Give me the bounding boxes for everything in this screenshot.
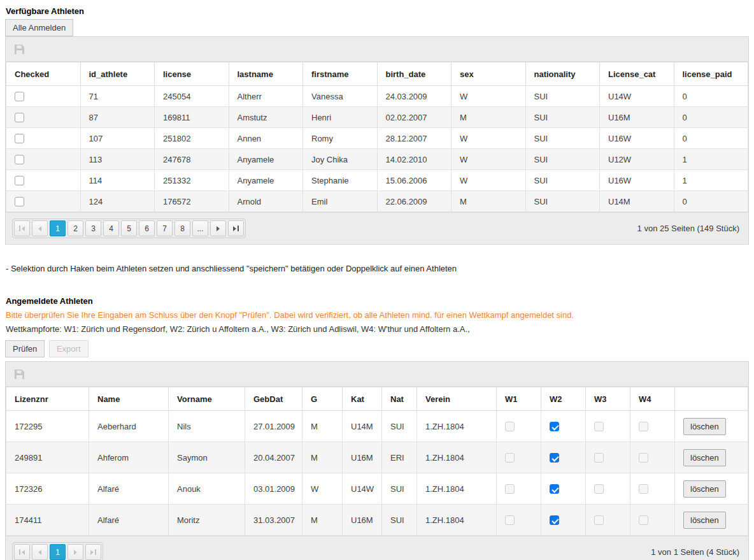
registered-column-header-lizenznr: Lizenznr [6, 387, 89, 411]
pager-last-button[interactable] [228, 220, 244, 236]
cell-id_athlete: 114 [80, 170, 155, 191]
w2-checkbox[interactable] [550, 422, 559, 431]
w3-checkbox[interactable] [594, 484, 604, 494]
available-athlete-row[interactable]: 114251332AnyameleStephanie15.06.2006WSUI… [6, 170, 748, 191]
available-section-title: Verfügbare Athleten [6, 6, 749, 16]
pager-prev-button[interactable] [32, 544, 48, 560]
cell-lizenznr: 174411 [6, 505, 89, 536]
pager-last-button[interactable] [85, 544, 101, 560]
w1-checkbox[interactable] [505, 422, 515, 431]
checked-cell [6, 170, 81, 191]
w3-checkbox[interactable] [594, 453, 604, 463]
cell-birth_date: 02.02.2007 [377, 107, 452, 128]
w3-checkbox[interactable] [594, 515, 604, 525]
cell-firstname: Romy [303, 128, 378, 149]
delete-cell: löschen [675, 442, 748, 473]
available-athlete-row[interactable]: 113247678AnyameleJoy Chika14.02.2010WSUI… [6, 149, 748, 170]
save-icon[interactable] [15, 370, 24, 379]
cell-kat: U16M [343, 442, 382, 473]
available-column-header-license_paid: license_paid [674, 62, 748, 86]
pager-page-8-button[interactable]: 8 [174, 220, 190, 236]
cell-w2 [541, 473, 586, 505]
w2-checkbox[interactable] [550, 453, 559, 463]
pager-prev-button[interactable] [32, 220, 48, 236]
cell-w3 [586, 473, 630, 505]
registered-athletes-table: LizenznrNameVornameGebDatGKatNatVereinW1… [6, 387, 748, 536]
cell-birth_date: 22.06.2009 [377, 191, 452, 212]
registered-column-header-nat: Nat [382, 387, 417, 411]
prev-page-icon [38, 550, 41, 555]
pager-page-6-button[interactable]: 6 [139, 220, 155, 236]
pager-page-2-button[interactable]: 2 [68, 220, 83, 236]
pager-page-1-button[interactable]: 1 [50, 220, 66, 236]
delete-button[interactable]: löschen [683, 512, 726, 529]
export-button[interactable]: Export [49, 340, 89, 357]
athlete-select-checkbox[interactable] [15, 197, 24, 206]
available-athlete-row[interactable]: 87169811AmstutzHenri02.02.2007MSUIU16M0 [6, 107, 748, 128]
delete-button[interactable]: löschen [683, 480, 726, 498]
registered-column-header-gebdat: GebDat [245, 387, 302, 411]
cell-sex: W [452, 170, 526, 191]
verify-warning-text: Bitte überprüfen Sie Ihre Eingaben am Sc… [6, 309, 749, 322]
available-athlete-row[interactable]: 71245054AltherrVanessa24.03.2009WSUIU14W… [6, 86, 748, 107]
athlete-select-checkbox[interactable] [15, 155, 24, 164]
w3-checkbox[interactable] [594, 422, 604, 431]
cell-w1 [497, 411, 541, 442]
cell-verein: 1.ZH.1804 [417, 505, 497, 536]
registered-action-buttons: Prüfen Export [5, 340, 749, 357]
available-column-header-firstname: firstname [303, 62, 378, 86]
athlete-select-checkbox[interactable] [15, 176, 24, 185]
cell-w4 [630, 411, 675, 442]
pager-first-button[interactable] [14, 220, 30, 236]
registered-athlete-row: 172326AlfaréAnouk03.01.2009WU14WSUI1.ZH.… [6, 473, 748, 505]
pager-page-4-button[interactable]: 4 [103, 220, 119, 236]
w4-checkbox[interactable] [639, 515, 648, 525]
cell-license_paid: 1 [674, 170, 748, 191]
pager-more-pages-button[interactable]: ... [192, 220, 208, 236]
cell-nationality: SUI [525, 170, 600, 191]
cell-license_cat: U12W [600, 149, 674, 170]
cell-lastname: Arnold [229, 191, 303, 212]
w1-checkbox[interactable] [505, 484, 515, 494]
available-athletes-table: Checkedid_athletelicenselastnamefirstnam… [6, 62, 748, 212]
cell-w4 [630, 442, 675, 473]
available-table-header-row: Checkedid_athletelicenselastnamefirstnam… [6, 62, 748, 86]
pager-page-1-button[interactable]: 1 [50, 544, 66, 560]
pager-next-button[interactable] [68, 544, 83, 560]
delete-cell: löschen [675, 411, 748, 442]
athlete-select-checkbox[interactable] [15, 113, 24, 122]
prev-page-icon [38, 226, 41, 231]
w2-checkbox[interactable] [550, 515, 559, 525]
available-pager-bar: 12345678... 1 von 25 Seiten (149 Stück) [6, 212, 748, 244]
athlete-select-checkbox[interactable] [15, 92, 24, 101]
registered-column-header-empty [675, 387, 748, 411]
check-button[interactable]: Prüfen [5, 340, 45, 357]
w1-checkbox[interactable] [505, 515, 515, 525]
w4-checkbox[interactable] [639, 453, 648, 463]
cell-name: Ahferom [89, 442, 169, 473]
last-page-icon [90, 550, 94, 555]
delete-button[interactable]: löschen [683, 418, 726, 435]
register-all-button[interactable]: Alle Anmelden [5, 19, 73, 36]
w1-checkbox[interactable] [505, 453, 515, 463]
registered-pager: 1 [12, 542, 103, 560]
w2-checkbox[interactable] [550, 484, 559, 494]
available-athlete-row[interactable]: 124176572ArnoldEmil22.06.2009MSUIU14M0 [6, 191, 748, 212]
registered-athletes-grid: LizenznrNameVornameGebDatGKatNatVereinW1… [5, 361, 749, 560]
cell-id_athlete: 124 [80, 191, 155, 212]
cell-license_cat: U14W [600, 86, 674, 107]
pager-next-button[interactable] [210, 220, 226, 236]
athlete-select-checkbox[interactable] [15, 134, 24, 143]
pager-page-7-button[interactable]: 7 [157, 220, 173, 236]
available-athlete-row[interactable]: 107251802AnnenRomy28.12.2007WSUIU16W0 [6, 128, 748, 149]
cell-birth_date: 24.03.2009 [377, 86, 452, 107]
pager-page-5-button[interactable]: 5 [121, 220, 137, 236]
pager-first-button[interactable] [14, 544, 30, 560]
w4-checkbox[interactable] [639, 422, 648, 431]
cell-g: M [302, 442, 343, 473]
w4-checkbox[interactable] [639, 484, 648, 494]
pager-page-3-button[interactable]: 3 [85, 220, 101, 236]
cell-w1 [497, 442, 541, 473]
save-icon[interactable] [15, 45, 24, 54]
delete-button[interactable]: löschen [683, 449, 726, 466]
